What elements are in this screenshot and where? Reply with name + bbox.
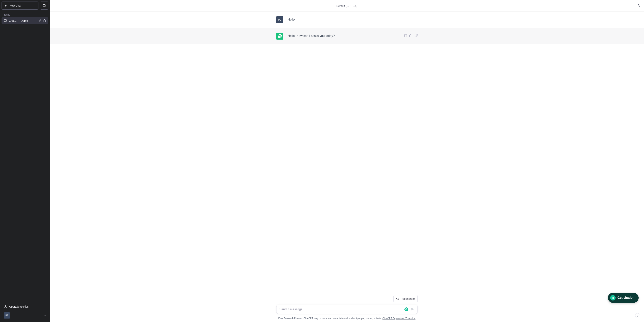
assistant-message-text: Hello! How can I assist you today? (288, 33, 400, 40)
share-icon (636, 4, 640, 7)
footer-note: Free Research Preview. ChatGPT may produ… (50, 316, 644, 322)
grammarly-badge-icon[interactable]: G (404, 308, 408, 311)
user-menu[interactable]: PE (2, 310, 48, 320)
assistant-avatar (276, 33, 283, 40)
message-actions (404, 33, 418, 40)
message-input-box[interactable]: G (276, 305, 418, 314)
regenerate-label: Regenerate (400, 297, 414, 300)
upgrade-label: Upgrade to Plus (9, 305, 28, 308)
openai-logo-icon (278, 34, 282, 38)
chat-history: Today ChatGPT Demo (0, 11, 50, 301)
thumbs-down-icon[interactable] (414, 34, 418, 37)
citation-logo-icon: G (610, 295, 616, 300)
message-input[interactable] (280, 308, 408, 311)
main-panel: Default (GPT-3.5) PE Hello! Hello! How c… (50, 0, 644, 322)
svg-rect-0 (43, 4, 45, 7)
history-item-actions (38, 19, 46, 22)
share-button[interactable] (636, 4, 640, 8)
trash-icon[interactable] (43, 19, 46, 22)
regenerate-button[interactable]: Regenerate (394, 295, 418, 302)
refresh-icon (396, 298, 399, 300)
get-citation-button[interactable]: G Get citation (608, 293, 638, 303)
sidebar: New Chat Today ChatGPT Demo Upgrade to P… (0, 0, 50, 322)
user-message-avatar: PE (276, 16, 283, 23)
footer-text: Free Research Preview. ChatGPT may produ… (278, 317, 382, 320)
regenerate-row: Regenerate (276, 295, 418, 302)
edit-icon[interactable] (38, 19, 42, 22)
upgrade-button[interactable]: Upgrade to Plus (2, 303, 48, 310)
messages-container: PE Hello! Hello! How can I assist you to… (50, 12, 644, 293)
toggle-sidebar-button[interactable] (40, 2, 48, 10)
message-assistant: Hello! How can I assist you today? (50, 28, 644, 44)
sidebar-top: New Chat (0, 0, 50, 11)
panel-icon (43, 4, 46, 7)
plus-icon (4, 4, 7, 7)
user-message-text: Hello! (288, 16, 418, 23)
version-link[interactable]: ChatGPT September 25 Version (382, 317, 416, 320)
more-icon (44, 315, 46, 316)
main-header: Default (GPT-3.5) (50, 0, 644, 12)
user-icon (4, 305, 7, 308)
send-icon (410, 307, 414, 311)
history-item[interactable]: ChatGPT Demo (2, 17, 48, 24)
input-area: Regenerate G (273, 293, 421, 316)
model-name: Default (GPT-3.5) (336, 4, 358, 8)
history-item-title: ChatGPT Demo (9, 19, 36, 22)
copy-icon[interactable] (404, 34, 407, 37)
sidebar-bottom: Upgrade to Plus PE (0, 301, 50, 322)
svg-point-1 (5, 306, 6, 306)
new-chat-label: New Chat (10, 4, 21, 7)
help-button[interactable]: ? (635, 313, 640, 318)
send-button[interactable] (410, 306, 415, 312)
user-avatar: PE (4, 312, 10, 318)
new-chat-button[interactable]: New Chat (2, 2, 38, 10)
svg-rect-2 (405, 34, 406, 34)
chat-icon (4, 19, 7, 22)
citation-label: Get citation (618, 296, 634, 300)
thumbs-up-icon[interactable] (409, 34, 412, 37)
message-user: PE Hello! (50, 12, 644, 28)
history-section-label: Today (2, 11, 48, 17)
